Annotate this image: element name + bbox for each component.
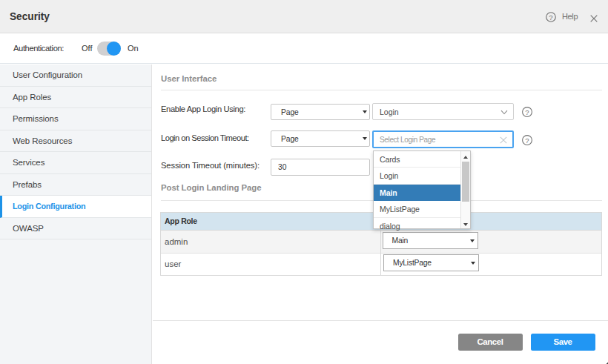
svg-text:?: ? [525, 108, 529, 116]
svg-text:?: ? [525, 136, 529, 144]
svg-text:?: ? [549, 13, 552, 21]
